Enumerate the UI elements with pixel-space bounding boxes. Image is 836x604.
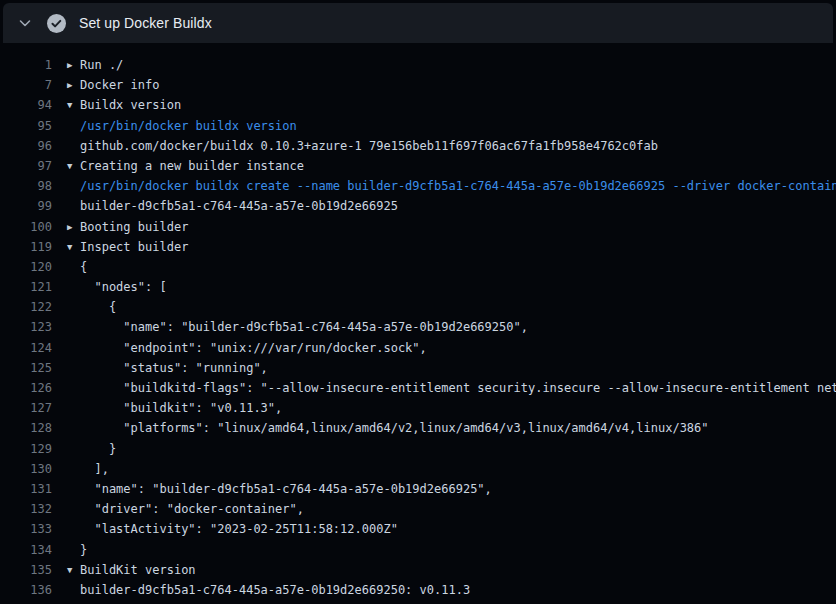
line-number[interactable]: 99 [0, 196, 52, 216]
line-text: "buildkitd-flags": "--allow-insecure-ent… [80, 378, 836, 398]
line-number[interactable]: 121 [0, 277, 52, 297]
group-toggle-icon [52, 116, 80, 136]
group-toggle-icon [52, 297, 80, 317]
log-line[interactable]: 97 ▼ Creating a new builder instance [0, 156, 836, 176]
log-line: 127 "buildkit": "v0.11.3", [0, 398, 836, 418]
group-toggle-icon [52, 277, 80, 297]
group-toggle-icon [52, 418, 80, 438]
step-log-panel: Set up Docker Buildx 1 ▶ Run ./ 7 ▶ Dock… [0, 0, 836, 604]
group-expanded-icon[interactable]: ▼ [52, 95, 80, 115]
log-line: 99 builder-d9cfb5a1-c764-445a-a57e-0b19d… [0, 196, 836, 216]
group-expanded-icon[interactable]: ▼ [52, 156, 80, 176]
log-line: 133 "lastActivity": "2023-02-25T11:58:12… [0, 519, 836, 539]
log-line: 123 "name": "builder-d9cfb5a1-c764-445a-… [0, 317, 836, 337]
line-text: Buildx version [80, 95, 181, 115]
group-toggle-icon [52, 519, 80, 539]
line-number[interactable]: 120 [0, 257, 52, 277]
line-text: } [80, 439, 116, 459]
log-line: 130 ], [0, 459, 836, 479]
line-text: { [80, 297, 116, 317]
line-text: "name": "builder-d9cfb5a1-c764-445a-a57e… [80, 317, 528, 337]
group-toggle-icon [52, 338, 80, 358]
line-text: "driver": "docker-container", [80, 499, 304, 519]
line-number[interactable]: 136 [0, 580, 52, 600]
line-text: "status": "running", [80, 358, 268, 378]
log-line[interactable]: 119 ▼ Inspect builder [0, 237, 836, 257]
line-number[interactable]: 98 [0, 176, 52, 196]
line-number[interactable]: 130 [0, 459, 52, 479]
log-line[interactable]: 100 ▶ Booting builder [0, 217, 836, 237]
line-number[interactable]: 95 [0, 116, 52, 136]
log-line: 95 /usr/bin/docker buildx version [0, 116, 836, 136]
group-expanded-icon[interactable]: ▼ [52, 237, 80, 257]
log-line: 120 { [0, 257, 836, 277]
log-line: 132 "driver": "docker-container", [0, 499, 836, 519]
group-collapsed-icon[interactable]: ▶ [52, 75, 80, 95]
log-line: 134 } [0, 540, 836, 560]
line-number[interactable]: 133 [0, 519, 52, 539]
line-number[interactable]: 127 [0, 398, 52, 418]
group-toggle-icon [52, 459, 80, 479]
line-number[interactable]: 119 [0, 237, 52, 257]
line-text: /usr/bin/docker buildx create --name bui… [80, 176, 836, 196]
line-text: builder-d9cfb5a1-c764-445a-a57e-0b19d2e6… [80, 580, 470, 600]
line-number[interactable]: 132 [0, 499, 52, 519]
line-text: "platforms": "linux/amd64,linux/amd64/v2… [80, 418, 709, 438]
log-line[interactable]: 135 ▼ BuildKit version [0, 560, 836, 580]
step-header[interactable]: Set up Docker Buildx [3, 3, 833, 43]
line-number[interactable]: 1 [0, 55, 52, 75]
line-text: "buildkit": "v0.11.3", [80, 398, 282, 418]
group-toggle-icon [52, 358, 80, 378]
log-line: 136 builder-d9cfb5a1-c764-445a-a57e-0b19… [0, 580, 836, 600]
line-number[interactable]: 134 [0, 540, 52, 560]
log-line: 122 { [0, 297, 836, 317]
line-number[interactable]: 7 [0, 75, 52, 95]
chevron-down-icon[interactable] [17, 15, 33, 31]
line-number[interactable]: 126 [0, 378, 52, 398]
line-text: builder-d9cfb5a1-c764-445a-a57e-0b19d2e6… [80, 196, 398, 216]
group-toggle-icon [52, 439, 80, 459]
line-text: ], [80, 459, 109, 479]
line-number[interactable]: 94 [0, 95, 52, 115]
group-collapsed-icon[interactable]: ▶ [52, 217, 80, 237]
group-toggle-icon [52, 479, 80, 499]
group-toggle-icon [52, 499, 80, 519]
line-number[interactable]: 123 [0, 317, 52, 337]
line-number[interactable]: 125 [0, 358, 52, 378]
group-toggle-icon [52, 176, 80, 196]
line-text: Docker info [80, 75, 159, 95]
log-line[interactable]: 7 ▶ Docker info [0, 75, 836, 95]
line-number[interactable]: 96 [0, 136, 52, 156]
group-toggle-icon [52, 580, 80, 600]
log-line[interactable]: 1 ▶ Run ./ [0, 55, 836, 75]
line-number[interactable]: 122 [0, 297, 52, 317]
line-number[interactable]: 129 [0, 439, 52, 459]
log-line: 121 "nodes": [ [0, 277, 836, 297]
group-toggle-icon [52, 540, 80, 560]
log-line: 125 "status": "running", [0, 358, 836, 378]
line-number[interactable]: 128 [0, 418, 52, 438]
group-toggle-icon [52, 136, 80, 156]
log-line: 126 "buildkitd-flags": "--allow-insecure… [0, 378, 836, 398]
log-line[interactable]: 94 ▼ Buildx version [0, 95, 836, 115]
log-line: 124 "endpoint": "unix:///var/run/docker.… [0, 338, 836, 358]
group-expanded-icon[interactable]: ▼ [52, 560, 80, 580]
line-text: "name": "builder-d9cfb5a1-c764-445a-a57e… [80, 479, 492, 499]
group-toggle-icon [52, 398, 80, 418]
line-number[interactable]: 131 [0, 479, 52, 499]
log-line: 128 "platforms": "linux/amd64,linux/amd6… [0, 418, 836, 438]
line-number[interactable]: 124 [0, 338, 52, 358]
check-circle-icon [47, 14, 66, 33]
line-text: "endpoint": "unix:///var/run/docker.sock… [80, 338, 427, 358]
line-text: } [80, 540, 87, 560]
line-number[interactable]: 97 [0, 156, 52, 176]
line-text: Booting builder [80, 217, 188, 237]
line-text: Creating a new builder instance [80, 156, 304, 176]
group-collapsed-icon[interactable]: ▶ [52, 55, 80, 75]
group-toggle-icon [52, 257, 80, 277]
group-toggle-icon [52, 317, 80, 337]
line-number[interactable]: 135 [0, 560, 52, 580]
log-lines: 1 ▶ Run ./ 7 ▶ Docker info 94 ▼ Buildx v… [0, 43, 836, 600]
group-toggle-icon [52, 378, 80, 398]
line-number[interactable]: 100 [0, 217, 52, 237]
